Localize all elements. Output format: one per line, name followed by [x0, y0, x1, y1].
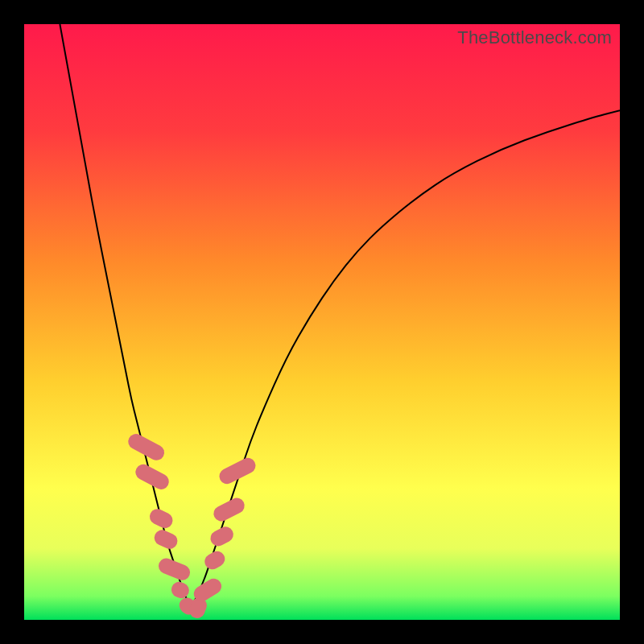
plot-area: TheBottleneck.com — [24, 24, 620, 620]
watermark-text: TheBottleneck.com — [457, 27, 612, 48]
gradient-background — [24, 24, 620, 620]
chart-frame: TheBottleneck.com — [0, 0, 644, 644]
svg-rect-0 — [24, 24, 620, 620]
